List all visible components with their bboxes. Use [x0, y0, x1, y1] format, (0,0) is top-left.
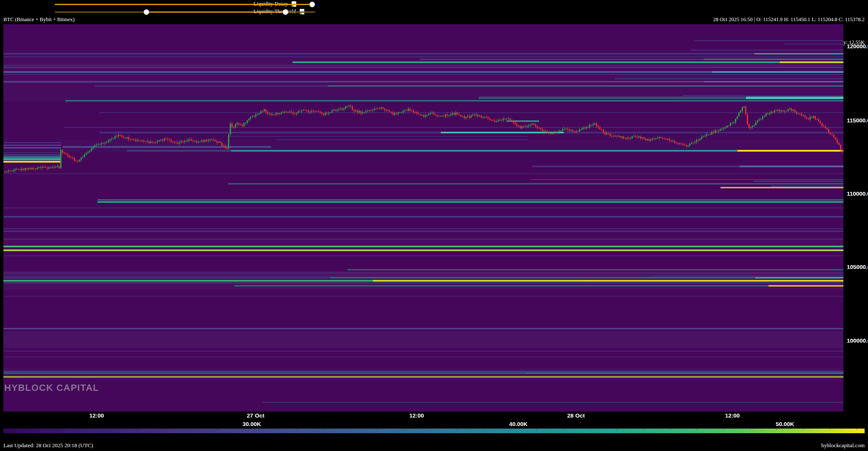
- colorbar-notch: [803, 429, 804, 430]
- colorbar-notch: [776, 429, 777, 430]
- liquidity-decay-control: Liquidity Decay: [0, 0, 868, 8]
- slider-fill: [55, 4, 313, 5]
- colorbar-notch: [270, 429, 270, 430]
- colorbar-notch: [537, 429, 537, 430]
- site-link[interactable]: hyblockcapital.com: [821, 442, 865, 449]
- colorbar-notch: [830, 429, 830, 430]
- price-tick-label: 115000.0: [847, 117, 868, 124]
- colorbar-notch: [590, 429, 590, 430]
- colorbar-notch: [643, 429, 644, 430]
- colorbar-notch: [857, 429, 857, 430]
- liquidation-heatmap-app: BTC (Binance + Bybit + Bitmex) Lookback:…: [0, 0, 868, 451]
- colorbar-notch: [723, 429, 723, 430]
- colorbar-notch: [403, 429, 404, 430]
- liquidity-decay-slider-track[interactable]: [55, 4, 313, 5]
- price-tick-label: 105000.0: [847, 264, 868, 270]
- colorbar-notch: [57, 429, 57, 430]
- colorbar-tick-label: 50.00K: [776, 421, 794, 427]
- threshold-min-handle[interactable]: [144, 9, 149, 15]
- colorbar-notch: [243, 429, 244, 430]
- time-tick-label: 12:00: [725, 412, 740, 419]
- colorbar-notch: [670, 429, 670, 430]
- ohlc-readout: 28 Oct 2025 16:50 | O: 115241.9 H: 11545…: [713, 16, 865, 23]
- colorbar-tick-label: 30.00K: [242, 421, 261, 427]
- price-tick-label: 120000.0: [847, 43, 868, 50]
- colorbar-notch: [617, 429, 617, 430]
- colorbar-notch: [30, 429, 31, 430]
- colorbar-tick-label: 40.00K: [509, 421, 528, 427]
- colorbar-notch: [430, 429, 430, 430]
- colorbar-notch: [83, 429, 84, 430]
- symbol-title: BTC (Binance + Bybit + Bitmex): [3, 16, 112, 23]
- colorbar-notch: [510, 429, 510, 430]
- colorbar-notch: [456, 429, 457, 430]
- colorbar-notch: [323, 429, 324, 430]
- liquidity-decay-slider-handle[interactable]: [309, 2, 315, 7]
- colorbar-notch: [483, 429, 484, 430]
- heatmap-plot-area[interactable]: HYBLOCK CAPITAL: [3, 24, 843, 412]
- price-tick-label: 110000.0: [847, 191, 868, 197]
- colorbar-notch: [137, 429, 137, 430]
- colorbar-notch: [163, 429, 164, 430]
- time-tick-label: 12:00: [89, 412, 104, 419]
- colorbar-notch: [696, 429, 697, 430]
- time-tick-label: 28 Oct: [567, 412, 584, 419]
- colorbar-notch: [563, 429, 564, 430]
- time-tick-label: 27 Oct: [247, 412, 264, 419]
- colorbar-notch: [110, 429, 111, 430]
- hyblock-watermark: HYBLOCK CAPITAL: [4, 382, 99, 393]
- colorbar-notch: [297, 429, 297, 430]
- colorbar-notch: [190, 429, 190, 430]
- colorbar-notch: [377, 429, 377, 430]
- colorbar-notch: [217, 429, 217, 430]
- liquidity-colorbar: [3, 429, 865, 433]
- colorbar-notch: [750, 429, 750, 430]
- time-tick-label: 12:00: [409, 412, 424, 419]
- liquidity-threshold-slider-track[interactable]: [55, 11, 315, 13]
- last-updated-text: Last Updated: 28 Oct 2025 20:18 (UTC): [3, 442, 93, 449]
- price-tick-label: 100000.0: [847, 338, 868, 344]
- slider-range-fill: [146, 11, 285, 13]
- liquidity-threshold-control: Liquidity Threshold: [0, 8, 868, 16]
- liquidation-heatmap-canvas[interactable]: [3, 24, 843, 412]
- threshold-max-handle[interactable]: [283, 9, 288, 15]
- colorbar-notch: [350, 429, 351, 430]
